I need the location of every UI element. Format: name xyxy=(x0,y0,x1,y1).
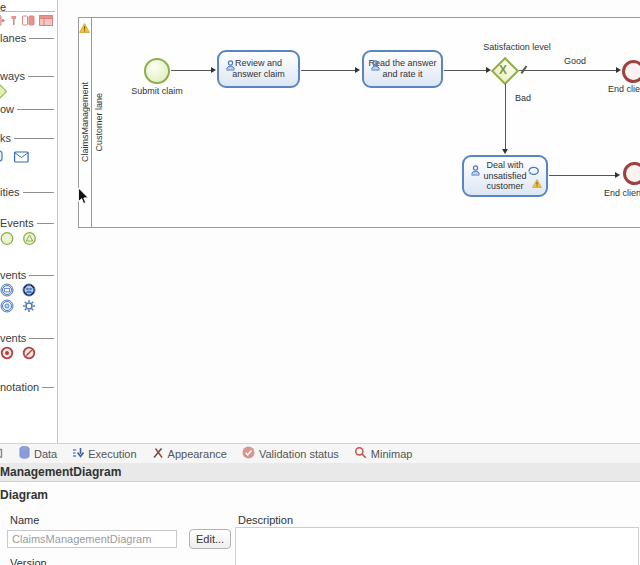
sequence-flow[interactable] xyxy=(171,70,212,71)
section-label: vents xyxy=(0,269,26,281)
lane-name: Customer lane xyxy=(94,93,104,152)
section-rule xyxy=(17,109,54,110)
task-label-line: Review and xyxy=(232,58,285,69)
section-label: vents xyxy=(0,332,26,344)
name-label: Name xyxy=(10,514,39,526)
arrowhead xyxy=(355,67,360,73)
sequence-flow[interactable] xyxy=(444,70,486,71)
tab-label: Data xyxy=(34,448,57,460)
palette-section-gateways: ways xyxy=(0,70,56,82)
sequence-flow-bad[interactable] xyxy=(505,84,506,150)
tab-validation-status[interactable]: Validation status xyxy=(242,446,339,461)
version-label: Version xyxy=(10,557,47,565)
database-icon xyxy=(19,446,30,461)
palette-panel: e lanes ways ow ks ities xyxy=(0,0,58,443)
gateway-label: Satisfaction level xyxy=(477,42,557,52)
user-task-icon xyxy=(370,57,381,75)
message-task-icon[interactable] xyxy=(14,149,29,167)
sequence-flow-good[interactable] xyxy=(519,70,617,71)
tab-label: Appearance xyxy=(168,448,227,460)
gear-event-icon[interactable] xyxy=(22,299,36,317)
task-label-line: Deal with xyxy=(483,160,526,171)
section-rule xyxy=(29,275,54,276)
tab-minimap[interactable]: Minimap xyxy=(354,446,413,461)
section-rule xyxy=(29,38,54,39)
task-deal-unsatisfied-customer[interactable]: Deal with unsatisfied customer xyxy=(462,155,548,197)
end-event-unsatisfied[interactable] xyxy=(623,162,640,185)
description-label: Description xyxy=(238,514,293,526)
tab-execution[interactable]: Execution xyxy=(72,447,136,461)
pool-name: ClaimsManagement xyxy=(80,82,90,162)
end-event-satisfied[interactable] xyxy=(622,60,640,83)
section-rule xyxy=(14,138,54,139)
pool-lanes-icon[interactable] xyxy=(39,13,53,31)
task-label-line: answer claim xyxy=(232,69,285,80)
tab-label: Minimap xyxy=(371,448,413,460)
tab-label: Execution xyxy=(88,448,136,460)
task-icon[interactable] xyxy=(0,149,4,167)
end-event-label: End client u xyxy=(604,188,640,198)
properties-tabbar: Data Execution Appearance Validation sta… xyxy=(0,443,640,463)
swimlane-icon[interactable] xyxy=(22,13,35,31)
arrowhead xyxy=(502,149,508,154)
section-rule xyxy=(42,387,54,388)
sequence-flow[interactable] xyxy=(549,175,615,176)
pool-icon[interactable] xyxy=(0,13,5,31)
selected-element-name: ManagementDiagram xyxy=(0,465,121,479)
task-label-line: unsatisfied xyxy=(483,171,526,182)
description-textarea[interactable] xyxy=(235,527,639,565)
gateway-x-marker: X xyxy=(499,63,507,77)
selected-element-header: ManagementDiagram xyxy=(0,463,640,482)
palette-divider xyxy=(0,11,55,12)
palette-section-tasks: ks xyxy=(0,132,56,144)
section-rule xyxy=(29,338,54,339)
section-rule xyxy=(28,76,54,77)
section-label: Events xyxy=(0,217,34,229)
task-label-line: customer xyxy=(483,181,526,192)
section-label: ow xyxy=(0,103,14,115)
tab-data[interactable]: Data xyxy=(19,446,57,461)
lane-icon[interactable] xyxy=(9,13,18,31)
palette-section-catch-events: vents xyxy=(0,269,56,281)
cancel-end-event-icon[interactable] xyxy=(22,346,36,364)
section-rule xyxy=(37,223,54,224)
tab-label: Validation status xyxy=(259,448,339,460)
gateway-diamond-icon[interactable] xyxy=(0,84,8,103)
signal-start-event-icon[interactable] xyxy=(22,231,37,250)
palette-section-start-events: Events xyxy=(0,217,56,229)
flow-label-bad: Bad xyxy=(515,93,531,103)
task-review-answer-claim[interactable]: Review and answer claim xyxy=(217,50,300,88)
lane-header[interactable]: Customer lane xyxy=(92,17,106,228)
name-input[interactable] xyxy=(7,530,177,548)
task-warning-icon xyxy=(532,174,542,192)
flow-label-good: Good xyxy=(560,56,590,66)
user-task-icon xyxy=(225,57,236,75)
terminate-end-event-icon[interactable] xyxy=(0,346,14,364)
pool-warning-icon xyxy=(79,19,90,37)
section-label: ways xyxy=(0,70,25,82)
arrowhead xyxy=(616,67,621,73)
task-read-answer-rate[interactable]: Read the answer and rate it xyxy=(362,50,443,88)
arrowhead xyxy=(211,67,216,73)
edit-button[interactable]: Edit... xyxy=(189,529,231,549)
start-event-icon[interactable] xyxy=(0,231,14,250)
palette-section-end-events: vents xyxy=(0,332,56,344)
section-label: ks xyxy=(0,132,11,144)
user-task-icon xyxy=(470,162,481,180)
sequence-flow[interactable] xyxy=(301,70,355,71)
palette-section-flow: ow xyxy=(0,103,56,115)
palette-section-annotation: notation xyxy=(0,381,56,393)
mouse-cursor xyxy=(77,187,90,209)
end-event-label: End client xyxy=(608,84,640,94)
validation-check-icon xyxy=(242,446,255,461)
magnifier-icon xyxy=(354,446,367,461)
clipped-tab-icon[interactable] xyxy=(0,447,4,461)
execution-icon xyxy=(72,447,84,461)
start-event-node[interactable] xyxy=(144,58,170,84)
appearance-icon xyxy=(152,447,164,461)
catch-event-icon[interactable] xyxy=(0,299,14,317)
section-label: ities xyxy=(0,186,20,198)
section-rule xyxy=(23,192,54,193)
tab-appearance[interactable]: Appearance xyxy=(152,447,227,461)
section-label: lanes xyxy=(0,32,26,44)
